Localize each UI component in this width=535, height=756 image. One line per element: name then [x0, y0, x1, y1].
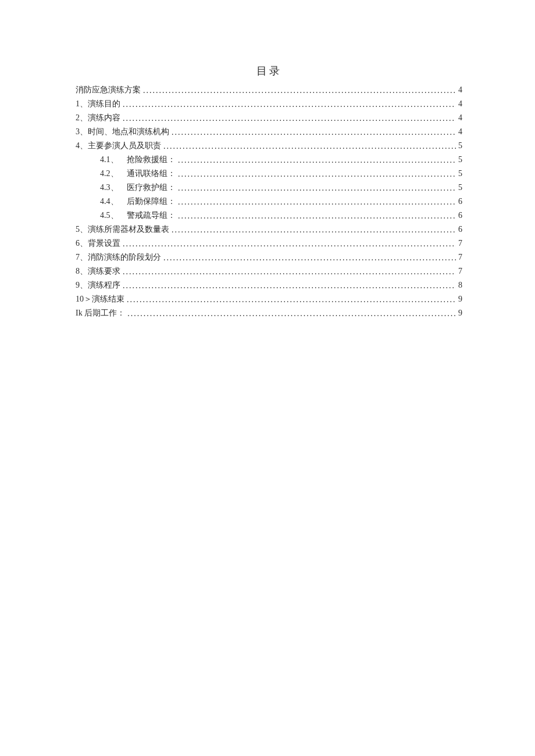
- toc-entry-label: 9、演练程序: [76, 281, 123, 289]
- toc-entry: 8、演练要求7: [76, 267, 462, 275]
- document-page: 目录 消防应急演练方案41、演练目的42、演练内容43、时间、地点和演练机构44…: [0, 0, 535, 317]
- toc-leader-dots: [178, 198, 456, 206]
- toc-entry-page: 5: [456, 184, 462, 192]
- toc-entry-page: 8: [456, 281, 462, 289]
- toc-entry: 4.2、通讯联络组：5: [76, 170, 462, 178]
- toc-entry-page: 4: [456, 86, 462, 94]
- toc-leader-dots: [178, 170, 456, 178]
- toc-entry-page: 5: [456, 170, 462, 178]
- toc-leader-dots: [127, 296, 456, 304]
- toc-entry-page: 4: [456, 100, 462, 108]
- toc-list: 消防应急演练方案41、演练目的42、演练内容43、时间、地点和演练机构44、主要…: [76, 86, 462, 317]
- toc-entry-label: 6、背景设置: [76, 239, 123, 248]
- toc-entry: 4.4、后勤保障组：6: [76, 198, 462, 206]
- toc-entry-label: 2、演练内容: [76, 114, 123, 122]
- toc-entry-page: 5: [456, 156, 462, 164]
- toc-entry-page: 6: [456, 198, 462, 206]
- toc-leader-dots: [123, 268, 456, 276]
- toc-entry-text: 后勤保障组：: [127, 197, 176, 206]
- toc-entry: 消防应急演练方案4: [76, 86, 462, 94]
- toc-leader-dots: [163, 254, 456, 262]
- toc-entry-label: 4.5、警戒疏导组：: [100, 212, 178, 220]
- toc-entry-page: 7: [456, 267, 462, 275]
- toc-entry-label: 10＞演练结束: [76, 295, 127, 303]
- toc-entry-text: 警戒疏导组：: [127, 211, 176, 220]
- toc-entry-number: 4.3、: [100, 184, 127, 192]
- toc-entry: 2、演练内容4: [76, 114, 462, 122]
- toc-leader-dots: [123, 240, 456, 248]
- toc-entry-label: 4.2、通讯联络组：: [100, 170, 178, 178]
- toc-entry-page: 5: [456, 142, 462, 150]
- toc-leader-dots: [172, 128, 456, 137]
- toc-entry-text: 医疗救护组：: [127, 183, 176, 192]
- toc-entry: Ik 后期工作：9: [76, 309, 462, 317]
- toc-leader-dots: [123, 282, 456, 290]
- toc-entry-page: 7: [456, 239, 462, 248]
- toc-entry-label: 4.4、后勤保障组：: [100, 198, 178, 206]
- toc-leader-dots: [178, 156, 456, 164]
- toc-leader-dots: [178, 212, 456, 220]
- toc-entry-number: 4.1、: [100, 156, 127, 164]
- toc-entry-label: 4、主要参演人员及职责: [76, 142, 163, 150]
- toc-entry-page: 7: [456, 253, 462, 261]
- toc-entry: 4.5、警戒疏导组：6: [76, 212, 462, 220]
- toc-entry-page: 6: [456, 225, 462, 234]
- toc-leader-dots: [123, 101, 456, 109]
- toc-entry: 9、演练程序8: [76, 281, 462, 289]
- toc-entry: 7、消防演练的阶段划分7: [76, 253, 462, 261]
- toc-entry-text: 抢险救援组：: [127, 155, 176, 164]
- toc-entry-text: 通讯联络组：: [127, 169, 176, 178]
- toc-entry: 6、背景设置7: [76, 239, 462, 248]
- toc-entry: 10＞演练结束9: [76, 295, 462, 303]
- toc-leader-dots: [178, 184, 456, 192]
- toc-entry-label: 4.3、医疗救护组：: [100, 184, 178, 192]
- toc-entry-label: 消防应急演练方案: [76, 86, 143, 94]
- toc-entry-label: 3、时间、地点和演练机构: [76, 128, 172, 136]
- toc-entry-page: 4: [456, 128, 462, 136]
- toc-entry-label: 5、演练所需器材及数量表: [76, 225, 172, 234]
- toc-leader-dots: [127, 310, 456, 318]
- toc-entry: 1、演练目的4: [76, 100, 462, 108]
- toc-title: 目录: [76, 64, 462, 78]
- toc-entry-label: 8、演练要求: [76, 267, 123, 275]
- toc-entry: 4.3、医疗救护组：5: [76, 184, 462, 192]
- toc-entry-page: 9: [456, 309, 462, 317]
- toc-entry-page: 9: [456, 295, 462, 303]
- toc-entry-number: 4.4、: [100, 198, 127, 206]
- toc-entry-number: 4.2、: [100, 170, 127, 178]
- toc-entry-label: 1、演练目的: [76, 100, 123, 108]
- toc-entry-page: 6: [456, 212, 462, 220]
- toc-entry-page: 4: [456, 114, 462, 122]
- toc-leader-dots: [172, 226, 456, 234]
- toc-entry-label: Ik 后期工作：: [76, 309, 127, 317]
- toc-entry-label: 4.1、抢险救援组：: [100, 156, 178, 164]
- toc-leader-dots: [143, 87, 456, 95]
- toc-entry: 4、主要参演人员及职责5: [76, 142, 462, 150]
- toc-entry: 5、演练所需器材及数量表6: [76, 225, 462, 234]
- toc-leader-dots: [163, 142, 456, 151]
- toc-entry-number: 4.5、: [100, 212, 127, 220]
- toc-entry-label: 7、消防演练的阶段划分: [76, 253, 163, 261]
- toc-leader-dots: [123, 114, 456, 123]
- toc-entry: 4.1、抢险救援组：5: [76, 156, 462, 164]
- toc-entry: 3、时间、地点和演练机构4: [76, 128, 462, 136]
